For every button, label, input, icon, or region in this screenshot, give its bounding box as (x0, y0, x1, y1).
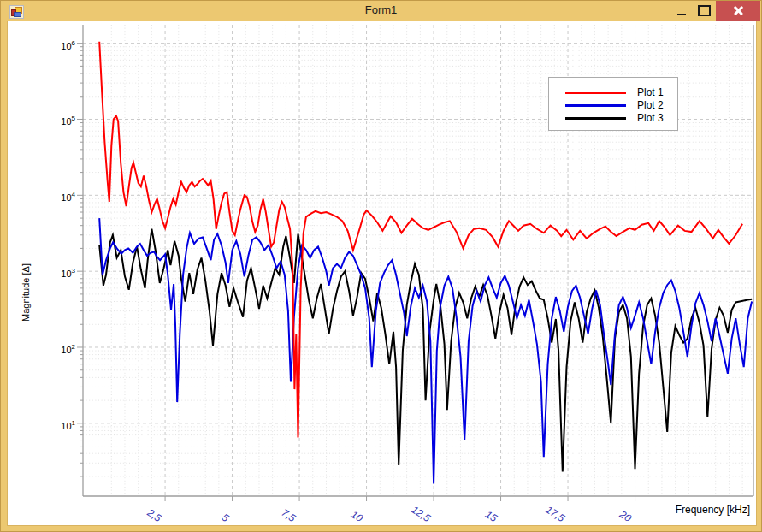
legend-line-plot3 (565, 117, 626, 120)
maximize-button[interactable] (694, 1, 714, 21)
window-title: Form1 (1, 3, 761, 16)
titlebar[interactable]: Form1 (1, 1, 761, 21)
close-button[interactable] (716, 1, 760, 21)
legend-item-plot2: Plot 2 (549, 99, 677, 112)
legend-line-plot1 (565, 92, 626, 94)
legend-label-plot1: Plot 1 (637, 86, 664, 99)
legend-label-plot2: Plot 2 (637, 99, 664, 112)
minimize-icon (677, 14, 686, 15)
legend-item-plot1: Plot 1 (549, 86, 677, 99)
legend-label-plot3: Plot 3 (637, 112, 664, 125)
legend-item-plot3: Plot 3 (549, 112, 677, 125)
legend-line-plot2 (565, 104, 626, 107)
window: Form1 Magnitude [Δ] Frequency [kHz] 1061… (0, 0, 762, 532)
close-icon (733, 5, 744, 16)
minimize-button[interactable] (671, 1, 692, 21)
legend: Plot 1 Plot 2 Plot 3 (548, 77, 678, 131)
chart-area: Magnitude [Δ] Frequency [kHz] 1061051041… (8, 21, 756, 525)
maximize-icon (698, 5, 711, 16)
